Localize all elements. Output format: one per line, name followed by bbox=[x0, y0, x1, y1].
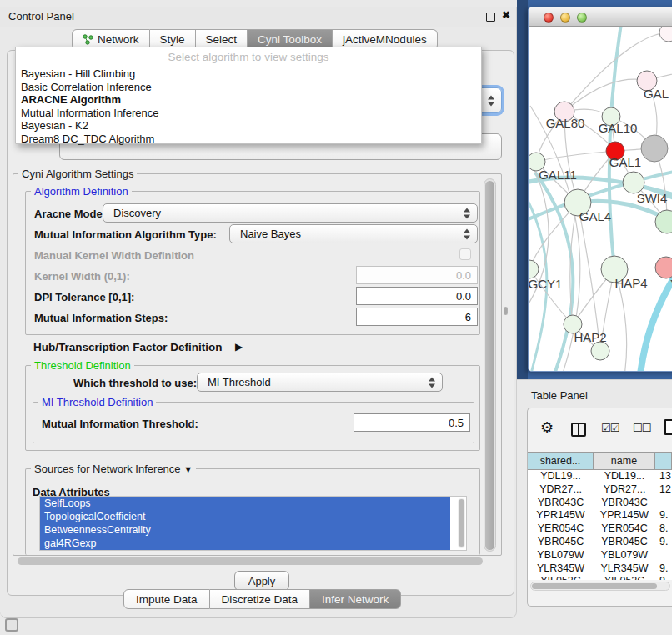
algorithm-option[interactable]: Bayesian - K2 bbox=[19, 119, 478, 132]
float-panel-icon[interactable] bbox=[486, 12, 495, 22]
export-table-icon[interactable] bbox=[664, 419, 672, 435]
manual-kernel-width-checkbox[interactable] bbox=[459, 248, 471, 260]
table-cell bbox=[655, 497, 672, 510]
tab-discretize-data[interactable]: Discretize Data bbox=[210, 589, 311, 609]
table-toolbar: ⚙ ☑☑ ☐☐ bbox=[528, 413, 672, 447]
table-cell: YDL19... bbox=[528, 470, 594, 483]
algorithm-option[interactable]: Bayesian - Hill Climbing bbox=[19, 68, 478, 81]
hub-collapse-arrow-icon[interactable]: ▶ bbox=[235, 341, 243, 352]
table-row[interactable]: YBL079WYBL079W bbox=[528, 549, 672, 562]
table-row[interactable]: YBR045CYBR045C9. bbox=[528, 536, 672, 549]
combo-stepper-icon bbox=[464, 228, 471, 239]
combo-stepper-icon bbox=[488, 95, 495, 106]
table-cell: YPR145W bbox=[528, 509, 594, 522]
attributes-list-scrollbar[interactable] bbox=[458, 498, 465, 548]
table-row[interactable]: YER054CYER054C8. bbox=[528, 522, 672, 536]
network-node[interactable] bbox=[659, 27, 672, 42]
table-cell: 9. bbox=[655, 536, 672, 549]
data-attribute-item[interactable]: gal4RGexp bbox=[40, 537, 450, 550]
table-cell: 9. bbox=[655, 509, 672, 522]
table-row[interactable]: YIL052CYIL052C9 bbox=[528, 575, 672, 580]
sources-expand-arrow-icon[interactable]: ▼ bbox=[183, 464, 193, 474]
desktop-background: GALGAL80GAL10GAL1GAL11SWI4GAL4GCY1HAP4YH… bbox=[517, 0, 672, 379]
table-cell: YBL079W bbox=[528, 549, 594, 562]
column-header[interactable]: name bbox=[594, 452, 655, 469]
aracne-mode-label: Aracne Mode: bbox=[34, 208, 106, 220]
manual-kernel-width-label: Manual Kernel Width Definition bbox=[34, 249, 194, 262]
columns-icon[interactable] bbox=[571, 422, 586, 437]
network-tab-icon bbox=[83, 34, 93, 45]
table-cell: YIL052C bbox=[594, 575, 655, 580]
node-label: GAL10 bbox=[599, 121, 638, 135]
table-body: YDL19...YDL19...13YDR27...YDR27...12YBR0… bbox=[528, 470, 672, 580]
aracne-mode-combobox[interactable]: Discovery bbox=[103, 203, 478, 222]
minimize-window-icon[interactable] bbox=[560, 12, 570, 22]
algorithm-option[interactable]: ARACNE Algorithm bbox=[19, 93, 478, 107]
sources-title: Sources for Network Inference ▼ bbox=[31, 462, 196, 475]
table-horizontal-scrollbar[interactable] bbox=[530, 582, 670, 591]
splitter-handle[interactable] bbox=[504, 307, 508, 315]
tab-impute-data[interactable]: Impute Data bbox=[123, 589, 210, 609]
network-node-gcy1[interactable] bbox=[529, 260, 539, 278]
mi-steps-field[interactable]: 6 bbox=[356, 308, 478, 326]
table-row[interactable]: YDL19...YDL19...13 bbox=[528, 470, 672, 483]
column-header[interactable] bbox=[655, 452, 672, 469]
deselect-all-columns-icon[interactable]: ☐☐ bbox=[633, 422, 650, 434]
table-row[interactable]: YPR145WYPR145W9. bbox=[528, 509, 672, 522]
gear-icon[interactable]: ⚙ bbox=[540, 418, 554, 437]
settings-horizontal-scrollbar[interactable] bbox=[18, 558, 483, 565]
tab-network-label: Network bbox=[98, 33, 139, 46]
table-cell bbox=[655, 549, 672, 562]
select-all-columns-icon[interactable]: ☑☑ bbox=[601, 422, 619, 434]
algorithm-option[interactable]: Mutual Information Inference bbox=[19, 107, 478, 120]
table-panel-region: Table Panel ⚙ ☑☑ ☐☐ shared...name YDL19.… bbox=[517, 379, 672, 635]
scrollbar-thumb[interactable] bbox=[532, 583, 657, 589]
network-canvas[interactable]: GALGAL80GAL10GAL1GAL11SWI4GAL4GCY1HAP4YH… bbox=[529, 27, 672, 372]
network-edge[interactable] bbox=[564, 79, 647, 112]
close-window-icon[interactable] bbox=[544, 12, 554, 22]
table-cell: YLR345W bbox=[594, 562, 655, 576]
scrollbar-thumb[interactable] bbox=[485, 181, 494, 550]
table-cell: YER054C bbox=[528, 522, 594, 536]
table-row[interactable]: YLR345WYLR345W9. bbox=[528, 562, 672, 576]
table-cell: 9. bbox=[655, 562, 672, 576]
table-panel-window: ⚙ ☑☑ ☐☐ shared...name YDL19...YDL19...13… bbox=[527, 408, 672, 607]
dock-mini-button[interactable] bbox=[5, 618, 18, 632]
table-cell: 8. bbox=[655, 522, 672, 536]
network-node[interactable] bbox=[591, 342, 609, 360]
aracne-mode-value: Discovery bbox=[113, 207, 161, 219]
settings-vertical-scrollbar[interactable] bbox=[484, 178, 496, 552]
mi-algorithm-type-combobox[interactable]: Naive Bayes bbox=[229, 224, 478, 243]
data-attribute-item[interactable]: TopologicalCoefficient bbox=[40, 510, 450, 523]
network-window-titlebar[interactable] bbox=[529, 8, 672, 27]
mi-threshold-field[interactable]: 0.5 bbox=[354, 413, 470, 432]
mi-threshold-label: Mutual Information Threshold: bbox=[42, 418, 198, 430]
dpi-tolerance-field[interactable]: 0.0 bbox=[356, 287, 478, 305]
scrollbar-thumb[interactable] bbox=[459, 499, 464, 547]
network-edge[interactable] bbox=[536, 151, 615, 162]
node-label: GAL bbox=[644, 87, 669, 101]
algorithm-option[interactable]: Basic Correlation Inference bbox=[19, 81, 478, 94]
table-row[interactable]: YBR043CYBR043C bbox=[528, 497, 672, 510]
network-node-y[interactable] bbox=[655, 257, 672, 278]
kernel-width-field[interactable]: 0.0 bbox=[356, 266, 478, 284]
table-row[interactable]: YDR27...YDR27...12 bbox=[528, 483, 672, 497]
table-cell: YDR27... bbox=[528, 483, 594, 497]
close-panel-icon[interactable]: ✖ bbox=[502, 9, 510, 21]
table-cell: YBR045C bbox=[528, 536, 594, 549]
table-cell: YBL079W bbox=[594, 549, 655, 562]
algorithm-definition-group: Algorithm Definition Aracne Mode: Discov… bbox=[25, 191, 480, 335]
maximize-window-icon[interactable] bbox=[577, 12, 587, 22]
table-cell: YER054C bbox=[594, 522, 655, 536]
table-cell: YDL19... bbox=[594, 470, 655, 483]
tab-infer-network[interactable]: Infer Network bbox=[310, 589, 401, 609]
apply-button[interactable]: Apply bbox=[234, 571, 289, 591]
which-threshold-combobox[interactable]: MI Threshold bbox=[197, 372, 443, 392]
network-node[interactable] bbox=[641, 135, 668, 162]
data-attribute-item[interactable]: BetweennessCentrality bbox=[40, 523, 450, 537]
kernel-width-label: Kernel Width (0,1): bbox=[34, 270, 130, 282]
algorithm-option[interactable]: Dream8 DC_TDC Algorithm bbox=[19, 132, 478, 146]
column-header[interactable]: shared... bbox=[528, 452, 594, 469]
window-shadow bbox=[517, 0, 528, 379]
data-attribute-item[interactable]: SelfLoops bbox=[40, 497, 450, 510]
